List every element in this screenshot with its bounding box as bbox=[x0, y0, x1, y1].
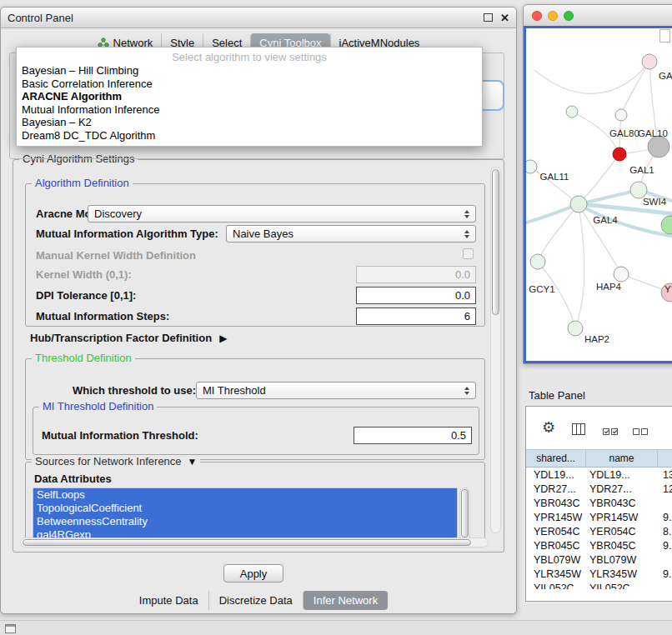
deselect-all-rows-icon[interactable] bbox=[633, 428, 648, 435]
tab-impute-data[interactable]: Impute Data bbox=[129, 591, 208, 610]
table-cell: YPR145W bbox=[586, 512, 658, 523]
column-header-shared-name[interactable]: shared... bbox=[526, 450, 586, 467]
table-row[interactable]: YER054C YER054C 8. bbox=[526, 524, 672, 538]
manual-kernel-width-checkbox[interactable] bbox=[463, 248, 474, 259]
apply-button[interactable]: Apply bbox=[223, 564, 283, 582]
node-label: GAL4 bbox=[593, 215, 618, 225]
kernel-width-field[interactable]: 0.0 bbox=[356, 266, 476, 283]
checked-box-icon bbox=[603, 428, 609, 435]
window-title: Control Panel bbox=[8, 12, 73, 24]
attribute-item[interactable]: TopologicalCoefficient bbox=[33, 502, 457, 515]
dropdown-option-selected[interactable]: ARACNE Algorithm bbox=[17, 90, 482, 103]
table-row[interactable]: YBR043C YBR043C bbox=[526, 496, 672, 510]
tab-discretize-data[interactable]: Discretize Data bbox=[208, 591, 303, 610]
column-header-partial[interactable] bbox=[658, 450, 672, 467]
table-row[interactable]: YBR045C YBR045C 9. bbox=[526, 538, 672, 552]
sources-title-label: Sources for Network Inference bbox=[35, 455, 182, 468]
bottom-dock-strip bbox=[0, 620, 672, 635]
node-white-small[interactable] bbox=[615, 109, 627, 121]
aracne-mode-select[interactable]: Discovery bbox=[88, 205, 476, 222]
columns-icon[interactable] bbox=[572, 423, 585, 435]
node-label: GAL10 bbox=[638, 128, 668, 138]
minimized-panel-icon[interactable] bbox=[5, 624, 16, 633]
node-hap2[interactable] bbox=[568, 321, 583, 336]
node-pink-top[interactable] bbox=[642, 54, 657, 69]
attribute-item[interactable]: SelfLoops bbox=[33, 488, 457, 502]
mi-threshold-definition-group: MI Threshold Definition Mutual Informati… bbox=[33, 407, 479, 455]
minimize-traffic-light[interactable] bbox=[548, 11, 558, 21]
zoom-traffic-light[interactable] bbox=[564, 11, 574, 21]
gear-icon[interactable]: ⚙ bbox=[542, 420, 555, 435]
which-threshold-select[interactable]: MI Threshold bbox=[196, 382, 476, 399]
table-cell: YDR27... bbox=[586, 483, 658, 495]
mi-algorithm-type-label: Mutual Information Algorithm Type: bbox=[36, 228, 218, 240]
cyni-bottom-tabs: Impute Data Discretize Data Infer Networ… bbox=[1, 591, 516, 610]
table-cell: YER054C bbox=[586, 526, 658, 538]
node-gal1[interactable] bbox=[630, 182, 647, 198]
table-row[interactable]: YIL052C YIL052C bbox=[526, 581, 672, 589]
table-cell: 8. bbox=[658, 526, 672, 538]
table-cell: YDR27... bbox=[526, 483, 586, 495]
scrollbar-thumb[interactable] bbox=[23, 539, 471, 546]
float-window-icon[interactable] bbox=[484, 13, 493, 22]
threshold-definition-title: Threshold Definition bbox=[32, 352, 135, 364]
node-gcy1[interactable] bbox=[530, 254, 545, 269]
manual-kernel-width-label: Manual Kernel Width Definition bbox=[36, 249, 196, 262]
data-attributes-label: Data Attributes bbox=[34, 472, 112, 485]
table-panel-window: ⚙ shared... name YDL19... YDL19 bbox=[525, 406, 672, 602]
node-gal10-gray[interactable] bbox=[648, 136, 669, 158]
node-label: GCY1 bbox=[529, 284, 554, 294]
dropdown-option[interactable]: Mutual Information Inference bbox=[17, 103, 482, 117]
settings-horizontal-scrollbar[interactable] bbox=[20, 538, 489, 548]
table-row[interactable]: YDL19... YDL19... 13 bbox=[526, 468, 672, 482]
table-cell: 13 bbox=[658, 469, 672, 481]
table-row[interactable]: YLR345W YLR345W 9. bbox=[526, 567, 672, 581]
select-all-rows-icon[interactable] bbox=[603, 428, 618, 435]
scrollbar-thumb[interactable] bbox=[461, 489, 469, 538]
node-gal80-red[interactable] bbox=[613, 148, 626, 161]
expanded-arrow-icon[interactable]: ▼ bbox=[188, 456, 198, 468]
settings-vertical-scrollbar[interactable] bbox=[490, 167, 501, 533]
network-graph[interactable]: GAL7 GAL80 GAL10 GAL11 GAL1 SWI4 GAL4 GC… bbox=[526, 28, 672, 363]
stepper-icon bbox=[464, 210, 469, 218]
table-cell: YBR043C bbox=[526, 498, 586, 509]
control-panel-titlebar[interactable]: Control Panel ✕ bbox=[1, 8, 516, 28]
mi-algorithm-type-select[interactable]: Naive Bayes bbox=[226, 225, 476, 242]
dpi-tolerance-field[interactable]: 0.0 bbox=[356, 287, 476, 304]
attribute-item[interactable]: BetweennessCentrality bbox=[33, 515, 457, 528]
table-cell: YBR043C bbox=[586, 498, 658, 509]
node-hap4[interactable] bbox=[614, 267, 629, 282]
attributes-list-scrollbar[interactable] bbox=[459, 488, 470, 541]
scrollbar-thumb[interactable] bbox=[492, 169, 499, 315]
close-traffic-light[interactable] bbox=[532, 11, 542, 21]
mi-threshold-definition-title: MI Threshold Definition bbox=[39, 400, 157, 412]
node-gal4[interactable] bbox=[570, 196, 587, 212]
node-gal11[interactable] bbox=[526, 160, 537, 173]
network-window-titlebar[interactable] bbox=[524, 5, 672, 27]
table-cell: 9. bbox=[658, 568, 672, 580]
table-row[interactable]: YDR27... YDR27... 12 bbox=[526, 482, 672, 496]
node-green-small[interactable] bbox=[566, 106, 578, 118]
mi-steps-label: Mutual Information Steps: bbox=[36, 310, 169, 322]
close-window-icon[interactable]: ✕ bbox=[500, 12, 509, 23]
table-cell: YBR045C bbox=[526, 540, 586, 552]
threshold-definition-group: Threshold Definition Which threshold to … bbox=[25, 358, 485, 460]
dropdown-option[interactable]: Bayesian – Hill Climbing bbox=[17, 64, 482, 78]
dropdown-option[interactable]: Bayesian – K2 bbox=[17, 116, 482, 129]
node-label: GAL1 bbox=[629, 165, 654, 175]
dropdown-option[interactable]: Basic Correlation Inference bbox=[17, 78, 482, 91]
node-label: SWI4 bbox=[643, 197, 667, 207]
network-canvas[interactable]: GAL7 GAL80 GAL10 GAL11 GAL1 SWI4 GAL4 GC… bbox=[524, 26, 672, 363]
node-swi4-green[interactable] bbox=[661, 216, 672, 234]
mi-steps-field[interactable]: 6 bbox=[356, 308, 476, 325]
mi-threshold-field[interactable]: 0.5 bbox=[354, 427, 472, 444]
table-cell: 9. bbox=[658, 540, 672, 552]
tab-infer-network[interactable]: Infer Network bbox=[303, 591, 388, 610]
table-row[interactable]: YBL079W YBL079W bbox=[526, 552, 672, 567]
table-row[interactable]: YPR145W YPR145W 9. bbox=[526, 510, 672, 524]
column-header-name[interactable]: name bbox=[586, 450, 658, 467]
birdseye-toggle[interactable] bbox=[659, 29, 670, 42]
dropdown-option[interactable]: Dream8 DC_TDC Algorithm bbox=[17, 129, 482, 142]
hub-definition-expander[interactable]: Hub/Transcription Factor Definition ▶ bbox=[30, 332, 227, 344]
sources-group: Sources for Network Inference ▼ Data Att… bbox=[25, 462, 485, 542]
